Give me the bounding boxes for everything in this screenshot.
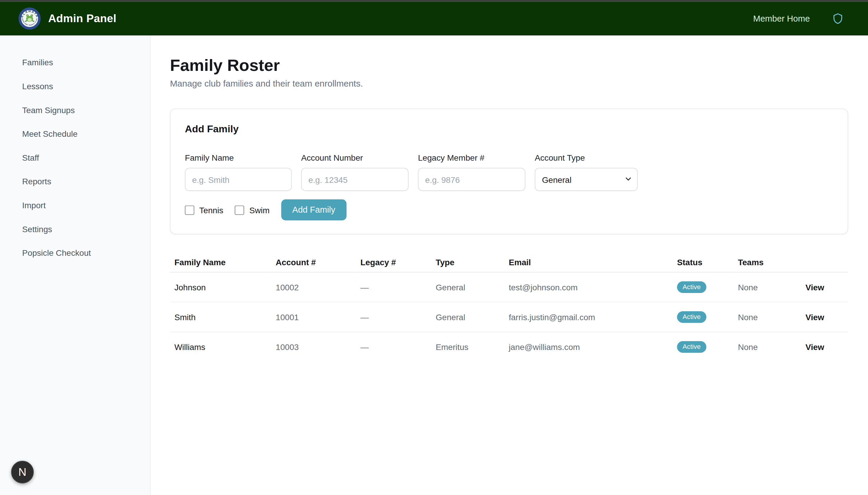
table-row: Williams 10003 — Emeritus jane@williams.…: [170, 332, 848, 361]
account-number-input[interactable]: [301, 168, 409, 191]
account-type-label: Account Type: [535, 152, 638, 163]
swim-checkbox-group: Swim: [235, 205, 270, 215]
add-family-card-title: Add Family: [185, 122, 833, 136]
page-title: Family Roster: [170, 55, 868, 76]
add-family-actions-row: Tennis Swim Add Family: [185, 199, 833, 220]
member-home-link[interactable]: Member Home: [753, 14, 810, 23]
tennis-checkbox[interactable]: [185, 205, 194, 215]
app-title: Admin Panel: [48, 12, 116, 25]
view-link[interactable]: View: [801, 272, 848, 302]
col-type: Type: [431, 258, 505, 272]
club-logo[interactable]: KLAHAYA SWIM AND TENNIS CLUB: [18, 7, 41, 30]
cell-email: jane@williams.com: [504, 332, 673, 361]
cell-email: test@johnson.com: [504, 272, 673, 302]
table-row: Smith 10001 — General farris.justin@gmai…: [170, 302, 848, 332]
tennis-checkbox-group: Tennis: [185, 205, 223, 215]
view-link[interactable]: View: [801, 332, 848, 361]
sidebar-item-reports[interactable]: Reports: [0, 170, 150, 193]
cell-status: Active: [673, 302, 733, 332]
tennis-checkbox-label: Tennis: [199, 205, 223, 215]
family-name-field-group: Family Name: [185, 152, 292, 191]
account-type-select[interactable]: General: [535, 168, 638, 191]
add-family-button[interactable]: Add Family: [281, 199, 346, 220]
sidebar-item-team-signups[interactable]: Team Signups: [0, 98, 150, 122]
app-window: KLAHAYA SWIM AND TENNIS CLUB Admin Panel…: [0, 0, 868, 495]
cell-teams: None: [733, 332, 801, 361]
cell-status: Active: [673, 272, 733, 302]
app-header: KLAHAYA SWIM AND TENNIS CLUB Admin Panel…: [0, 2, 868, 35]
cell-family-name: Smith: [170, 302, 271, 332]
cell-email: farris.justin@gmail.com: [504, 302, 673, 332]
cell-teams: None: [733, 302, 801, 332]
cell-account: 10001: [271, 302, 356, 332]
sidebar-item-lessons[interactable]: Lessons: [0, 74, 150, 98]
cell-family-name: Williams: [170, 332, 271, 361]
family-name-input[interactable]: [185, 168, 292, 191]
status-badge: Active: [677, 281, 706, 293]
col-account: Account #: [271, 258, 356, 272]
family-roster-table: Family Name Account # Legacy # Type Emai…: [170, 258, 848, 362]
col-teams: Teams: [733, 258, 801, 272]
sidebar: Families Lessons Team Signups Meet Sched…: [0, 35, 151, 495]
account-number-label: Account Number: [301, 152, 409, 163]
legacy-member-input[interactable]: [418, 168, 525, 191]
family-name-label: Family Name: [185, 152, 292, 163]
nextjs-dev-indicator-button[interactable]: N: [11, 461, 34, 483]
cell-type: Emeritus: [431, 332, 505, 361]
cell-legacy: —: [356, 332, 431, 361]
cell-status: Active: [673, 332, 733, 361]
table-header-row: Family Name Account # Legacy # Type Emai…: [170, 258, 848, 272]
sidebar-item-staff[interactable]: Staff: [0, 146, 150, 170]
view-link[interactable]: View: [801, 302, 848, 332]
cell-legacy: —: [356, 272, 431, 302]
sidebar-item-settings[interactable]: Settings: [0, 217, 150, 241]
account-number-field-group: Account Number: [301, 152, 409, 191]
swim-checkbox[interactable]: [235, 205, 244, 215]
page-subtitle: Manage club families and their team enro…: [170, 77, 868, 90]
add-family-card: Add Family Family Name Account Number Le…: [170, 109, 848, 235]
legacy-member-field-group: Legacy Member #: [418, 152, 525, 191]
cell-account: 10003: [271, 332, 356, 361]
cell-account: 10002: [271, 272, 356, 302]
col-actions: [801, 258, 848, 272]
cell-type: General: [431, 272, 505, 302]
admin-shield-icon[interactable]: [832, 12, 844, 25]
sidebar-item-popsicle-checkout[interactable]: Popsicle Checkout: [0, 241, 150, 265]
sidebar-item-import[interactable]: Import: [0, 193, 150, 217]
cell-legacy: —: [356, 302, 431, 332]
col-email: Email: [504, 258, 673, 272]
col-family-name: Family Name: [170, 258, 271, 272]
main-content: Family Roster Manage club families and t…: [151, 35, 868, 495]
status-badge: Active: [677, 341, 706, 353]
sidebar-item-families[interactable]: Families: [0, 51, 150, 74]
swim-checkbox-label: Swim: [249, 205, 270, 215]
cell-family-name: Johnson: [170, 272, 271, 302]
table-row: Johnson 10002 — General test@johnson.com…: [170, 272, 848, 302]
sidebar-item-meet-schedule[interactable]: Meet Schedule: [0, 122, 150, 146]
legacy-member-label: Legacy Member #: [418, 152, 525, 163]
col-legacy: Legacy #: [356, 258, 431, 272]
status-badge: Active: [677, 311, 706, 323]
col-status: Status: [673, 258, 733, 272]
cell-teams: None: [733, 272, 801, 302]
account-type-field-group: Account Type General: [535, 152, 638, 191]
add-family-form-row: Family Name Account Number Legacy Member…: [185, 152, 833, 191]
cell-type: General: [431, 302, 505, 332]
